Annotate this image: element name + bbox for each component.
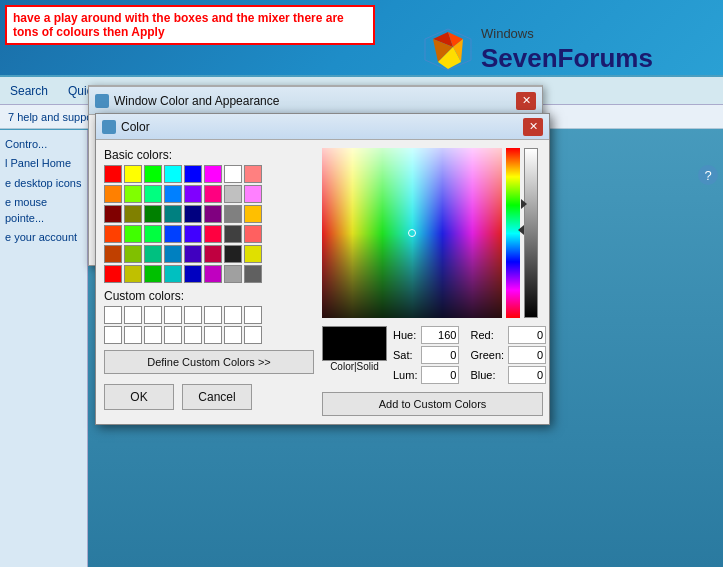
- luminance-slider[interactable]: [524, 148, 538, 318]
- wca-title-icon: [95, 94, 109, 108]
- custom-colors-label: Custom colors:: [104, 289, 314, 303]
- custom-color-cell[interactable]: [224, 326, 242, 344]
- sidebar-item-control[interactable]: Contro...: [5, 135, 82, 154]
- hue-field-input[interactable]: [421, 326, 459, 344]
- basic-color-cell[interactable]: [244, 165, 262, 183]
- forum-name: SevenForums: [481, 43, 653, 73]
- basic-color-cell[interactable]: [244, 185, 262, 203]
- basic-color-cell[interactable]: [104, 225, 122, 243]
- basic-color-cell[interactable]: [204, 205, 222, 223]
- basic-color-cell[interactable]: [124, 205, 142, 223]
- wca-titlebar: Window Color and Appearance ✕: [89, 87, 542, 115]
- basic-color-cell[interactable]: [224, 205, 242, 223]
- custom-color-cell[interactable]: [144, 326, 162, 344]
- basic-color-cell[interactable]: [164, 225, 182, 243]
- custom-color-cell[interactable]: [164, 306, 182, 324]
- lum-indicator: [521, 199, 527, 209]
- color-close-button[interactable]: ✕: [523, 118, 543, 136]
- basic-color-cell[interactable]: [184, 225, 202, 243]
- basic-color-cell[interactable]: [204, 225, 222, 243]
- sidebar-item-desktop-icons[interactable]: e desktop icons: [5, 174, 82, 193]
- wca-title-text: Window Color and Appearance: [114, 94, 516, 108]
- sevenforums-logo-icon: [423, 27, 473, 72]
- windows-label: Windows: [481, 26, 653, 41]
- custom-color-cell[interactable]: [144, 306, 162, 324]
- define-custom-colors-button[interactable]: Define Custom Colors >>: [104, 350, 314, 374]
- basic-color-cell[interactable]: [124, 225, 142, 243]
- breadcrumb-help-support[interactable]: 7 help and support: [8, 111, 99, 123]
- basic-color-cell[interactable]: [204, 265, 222, 283]
- custom-color-cell[interactable]: [244, 306, 262, 324]
- spectrum-container: [322, 148, 543, 318]
- basic-color-cell[interactable]: [124, 245, 142, 263]
- basic-color-cell[interactable]: [104, 265, 122, 283]
- basic-color-cell[interactable]: [184, 245, 202, 263]
- basic-color-cell[interactable]: [144, 265, 162, 283]
- color-dialog: Color ✕ Basic colors: Custom colors: Def…: [95, 113, 550, 425]
- basic-color-cell[interactable]: [164, 205, 182, 223]
- basic-color-cell[interactable]: [104, 165, 122, 183]
- basic-color-cell[interactable]: [144, 205, 162, 223]
- basic-color-cell[interactable]: [184, 265, 202, 283]
- sidebar-item-mouse-pointer[interactable]: e mouse pointe...: [5, 193, 82, 228]
- basic-color-cell[interactable]: [164, 185, 182, 203]
- custom-color-cell[interactable]: [104, 326, 122, 344]
- red-field-label: Red:: [470, 329, 504, 341]
- custom-color-cell[interactable]: [124, 306, 142, 324]
- basic-color-cell[interactable]: [184, 165, 202, 183]
- basic-color-cell[interactable]: [104, 205, 122, 223]
- custom-color-cell[interactable]: [224, 306, 242, 324]
- sidebar-item-account[interactable]: e your account: [5, 228, 82, 247]
- basic-color-cell[interactable]: [144, 245, 162, 263]
- add-to-custom-colors-button[interactable]: Add to Custom Colors: [322, 392, 543, 416]
- lum-field-input[interactable]: [421, 366, 459, 384]
- basic-color-cell[interactable]: [224, 225, 242, 243]
- basic-color-cell[interactable]: [104, 245, 122, 263]
- basic-color-cell[interactable]: [224, 165, 242, 183]
- basic-color-cell[interactable]: [244, 265, 262, 283]
- basic-colors-section: Basic colors:: [104, 148, 314, 283]
- help-icon[interactable]: ?: [698, 165, 718, 185]
- basic-color-cell[interactable]: [204, 165, 222, 183]
- custom-color-cell[interactable]: [104, 306, 122, 324]
- basic-color-cell[interactable]: [184, 185, 202, 203]
- basic-color-cell[interactable]: [124, 185, 142, 203]
- basic-color-cell[interactable]: [124, 165, 142, 183]
- annotation-text: have a play around with the boxes and th…: [13, 11, 344, 39]
- basic-color-cell[interactable]: [224, 245, 242, 263]
- basic-color-cell[interactable]: [244, 205, 262, 223]
- basic-color-cell[interactable]: [224, 265, 242, 283]
- color-ok-button[interactable]: OK: [104, 384, 174, 410]
- basic-color-cell[interactable]: [204, 245, 222, 263]
- basic-color-cell[interactable]: [164, 165, 182, 183]
- basic-color-cell[interactable]: [244, 225, 262, 243]
- left-sidebar: Contro... l Panel Home e desktop icons e…: [0, 130, 88, 567]
- basic-color-cell[interactable]: [104, 185, 122, 203]
- sat-field-input[interactable]: [421, 346, 459, 364]
- custom-color-cell[interactable]: [124, 326, 142, 344]
- custom-color-cell[interactable]: [164, 326, 182, 344]
- basic-color-cell[interactable]: [144, 225, 162, 243]
- basic-color-cell[interactable]: [124, 265, 142, 283]
- green-field-input[interactable]: [508, 346, 546, 364]
- sidebar-item-panel-home[interactable]: l Panel Home: [5, 154, 82, 173]
- nav-search[interactable]: Search: [10, 84, 48, 98]
- custom-color-cell[interactable]: [204, 326, 222, 344]
- basic-color-cell[interactable]: [144, 165, 162, 183]
- basic-color-cell[interactable]: [164, 265, 182, 283]
- color-spectrum[interactable]: [322, 148, 502, 318]
- blue-field-input[interactable]: [508, 366, 546, 384]
- red-field-input[interactable]: [508, 326, 546, 344]
- basic-color-cell[interactable]: [164, 245, 182, 263]
- basic-color-cell[interactable]: [144, 185, 162, 203]
- custom-color-cell[interactable]: [184, 326, 202, 344]
- custom-color-cell[interactable]: [184, 306, 202, 324]
- basic-color-cell[interactable]: [224, 185, 242, 203]
- custom-color-cell[interactable]: [244, 326, 262, 344]
- color-cancel-button[interactable]: Cancel: [182, 384, 252, 410]
- wca-close-button[interactable]: ✕: [516, 92, 536, 110]
- basic-color-cell[interactable]: [184, 205, 202, 223]
- custom-color-cell[interactable]: [204, 306, 222, 324]
- basic-color-cell[interactable]: [244, 245, 262, 263]
- basic-color-cell[interactable]: [204, 185, 222, 203]
